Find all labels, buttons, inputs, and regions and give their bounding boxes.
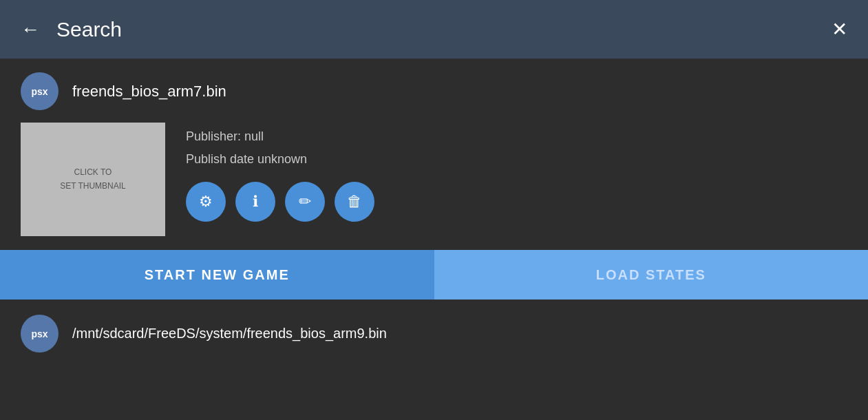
edit-button[interactable]: ✏ xyxy=(285,182,325,222)
edit-icon: ✏ xyxy=(299,193,311,211)
gear-icon: ⚙ xyxy=(199,193,213,211)
game-details-row: CLICK TO SET THUMBNAIL Publisher: null P… xyxy=(21,123,847,236)
publisher-label: Publisher: null xyxy=(186,129,374,144)
start-new-game-button[interactable]: START NEW GAME xyxy=(0,250,434,300)
avatar: psx xyxy=(21,72,59,110)
game-header-row: psx freends_bios_arm7.bin xyxy=(21,72,847,110)
header-title: Search xyxy=(56,18,122,41)
meta-info: Publisher: null Publish date unknown ⚙ ℹ… xyxy=(186,123,374,222)
thumbnail[interactable]: CLICK TO SET THUMBNAIL xyxy=(21,123,165,236)
action-buttons: ⚙ ℹ ✏ 🗑 xyxy=(186,182,374,222)
game-filename-2: /mnt/sdcard/FreeDS/system/freends_bios_a… xyxy=(72,326,387,342)
info-icon: ℹ xyxy=(253,193,258,211)
header: ← Search ✕ xyxy=(0,0,868,59)
delete-button[interactable]: 🗑 xyxy=(335,182,374,222)
delete-icon: 🗑 xyxy=(347,193,362,211)
close-button[interactable]: ✕ xyxy=(832,20,847,39)
publish-date-label: Publish date unknown xyxy=(186,152,374,167)
thumbnail-text: CLICK TO SET THUMBNAIL xyxy=(60,166,126,192)
back-button[interactable]: ← xyxy=(21,20,40,39)
game-entry-1: psx freends_bios_arm7.bin CLICK TO SET T… xyxy=(0,59,868,236)
settings-button[interactable]: ⚙ xyxy=(186,182,226,222)
content: psx freends_bios_arm7.bin CLICK TO SET T… xyxy=(0,59,868,368)
info-button[interactable]: ℹ xyxy=(235,182,275,222)
header-left: ← Search xyxy=(21,18,122,41)
avatar-2: psx xyxy=(21,315,59,353)
game-entry-2: psx /mnt/sdcard/FreeDS/system/freends_bi… xyxy=(0,300,868,368)
bottom-buttons: START NEW GAME LOAD STATES xyxy=(0,250,868,300)
game-filename: freends_bios_arm7.bin xyxy=(72,83,226,101)
load-states-button[interactable]: LOAD STATES xyxy=(434,250,869,300)
